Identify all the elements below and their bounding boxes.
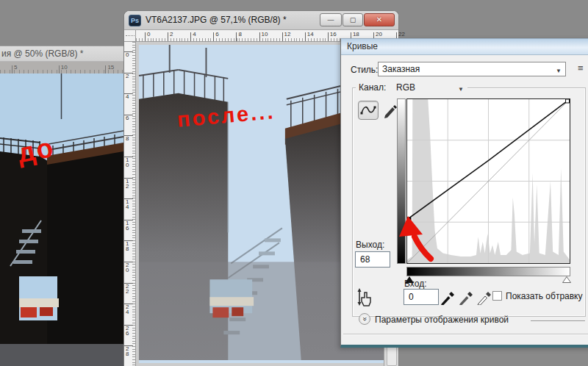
curves-dialog-title: Кривые — [347, 41, 378, 51]
chevron-down-icon: ▼ — [556, 65, 562, 78]
v-ruler-label: 6 — [124, 115, 133, 121]
style-dropdown-value: Заказная — [382, 64, 420, 74]
left-window-h-ruler: 51015 — [0, 62, 123, 73]
v-ruler-label: 16 — [124, 220, 133, 231]
curves-dialog-titlebar[interactable]: Кривые — [341, 39, 588, 55]
before-photo: до — [0, 73, 123, 366]
v-ruler-label: 0 — [124, 51, 133, 57]
v-ruler-label: 14 — [124, 198, 133, 209]
curve-squiggle-icon — [359, 101, 378, 119]
h-ruler-label: 4 — [190, 32, 191, 41]
main-v-ruler: 0246810121416182022242628 — [124, 42, 136, 366]
v-ruler-label: 24 — [124, 304, 133, 315]
red-structure — [232, 307, 243, 316]
curve-display-options-label: Параметры отображения кривой — [375, 315, 509, 325]
output-label: Выход: — [356, 240, 384, 250]
main-window-title: VT6A2137.JPG @ 57,1% (RGB/8) * — [146, 11, 287, 30]
v-ruler-label: 2 — [124, 73, 133, 79]
close-icon[interactable]: ✕ — [364, 13, 395, 26]
main-window-titlebar[interactable]: Ps VT6A2137.JPG @ 57,1% (RGB/8) * — ▢ ✕ — [124, 11, 398, 30]
left-document-window: ия @ 50% (RGB/8) * 51015 — [0, 46, 123, 366]
v-ruler-label: 4 — [124, 93, 133, 99]
dialog-bottom-groove — [343, 334, 588, 335]
input-label: Вход: — [404, 279, 426, 289]
channel-label: Канал: — [359, 82, 386, 93]
collapse-chevron-icon: » — [359, 317, 370, 321]
left-ruler-label: 15 — [105, 65, 106, 73]
pencil-icon — [381, 101, 398, 119]
left-ruler-label: 5 — [12, 65, 12, 73]
v-ruler-label: 28 — [124, 345, 133, 356]
light-strip — [19, 298, 59, 307]
left-window-titlebar[interactable]: ия @ 50% (RGB/8) * — [0, 46, 123, 62]
v-ruler-label: 12 — [124, 178, 133, 189]
h-ruler-label: 16 — [328, 32, 329, 41]
targeted-adjustment-icon[interactable] — [355, 287, 376, 307]
style-dropdown[interactable]: Заказная ▼ — [378, 62, 566, 76]
before-photo-image — [0, 73, 123, 366]
curves-dialog: Кривые Стиль: Заказная ▼ ≡ Канал: RGB ▼ — [340, 38, 588, 348]
highlight-input-slider[interactable] — [562, 276, 571, 283]
channel-dropdown[interactable]: RGB ▼ — [392, 81, 467, 96]
red-structure — [212, 307, 229, 317]
v-ruler-label: 18 — [124, 240, 133, 251]
left-tower — [0, 151, 51, 366]
right-tank — [47, 151, 123, 366]
photoshop-app-icon: Ps — [129, 15, 141, 26]
preset-menu-icon[interactable]: ≡ — [578, 63, 588, 73]
curve-display-options-expander[interactable]: » — [359, 313, 370, 325]
pencil-tool-button[interactable] — [381, 101, 398, 119]
ground-band — [0, 344, 123, 366]
v-ruler-label: 26 — [124, 325, 133, 336]
v-ruler-label: 8 — [124, 135, 133, 141]
window-controls: — ▢ ✕ — [320, 13, 395, 26]
eyedropper-white-icon[interactable] — [477, 289, 492, 305]
output-value-field[interactable]: 68 — [355, 251, 390, 268]
h-ruler-label: 14 — [305, 32, 306, 41]
h-ruler-label: 0 — [145, 32, 146, 41]
edit-curve-tool-button[interactable] — [358, 101, 379, 120]
curves-graph[interactable] — [406, 98, 570, 264]
left-window-title: ия @ 50% (RGB/8) * — [1, 49, 83, 59]
expander-rule — [531, 320, 585, 321]
curve-point-endpoint — [566, 99, 570, 103]
curves-graph-canvas[interactable] — [407, 99, 570, 263]
maximize-icon[interactable]: ▢ — [343, 13, 363, 26]
v-ruler-label: 10 — [124, 157, 133, 168]
input-value-field[interactable]: 0 — [404, 289, 439, 305]
v-ruler-label: 20 — [124, 262, 133, 273]
chevron-down-icon: ▼ — [458, 83, 464, 96]
h-ruler-label: 12 — [282, 32, 283, 41]
v-ruler-label: 22 — [124, 283, 133, 294]
show-clipping-label: Показать обтравку — [506, 291, 583, 301]
channel-dropdown-value: RGB — [396, 82, 415, 93]
eyedropper-gray-icon[interactable] — [459, 289, 473, 305]
curve-point-selected — [407, 218, 411, 221]
ruler-corner — [124, 30, 136, 42]
h-ruler-label: 2 — [168, 32, 168, 41]
h-ruler-label: 10 — [259, 32, 260, 41]
eyedropper-black-icon[interactable] — [440, 289, 455, 305]
show-clipping-checkbox[interactable] — [492, 291, 502, 301]
output-gradient-bar — [397, 98, 406, 264]
minimize-icon[interactable]: — — [320, 13, 342, 26]
light-strip — [209, 297, 254, 306]
input-gradient-bar — [406, 267, 570, 276]
h-ruler-label: 8 — [236, 32, 237, 41]
style-label: Стиль: — [351, 65, 378, 75]
left-ruler-label: 10 — [59, 65, 60, 73]
red-structure — [21, 307, 37, 317]
h-ruler-label: 6 — [213, 32, 214, 41]
red-structure — [40, 307, 53, 316]
